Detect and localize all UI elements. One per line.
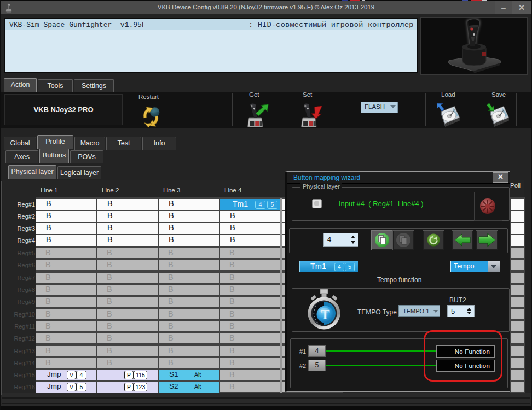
- svg-text:T: T: [321, 307, 330, 322]
